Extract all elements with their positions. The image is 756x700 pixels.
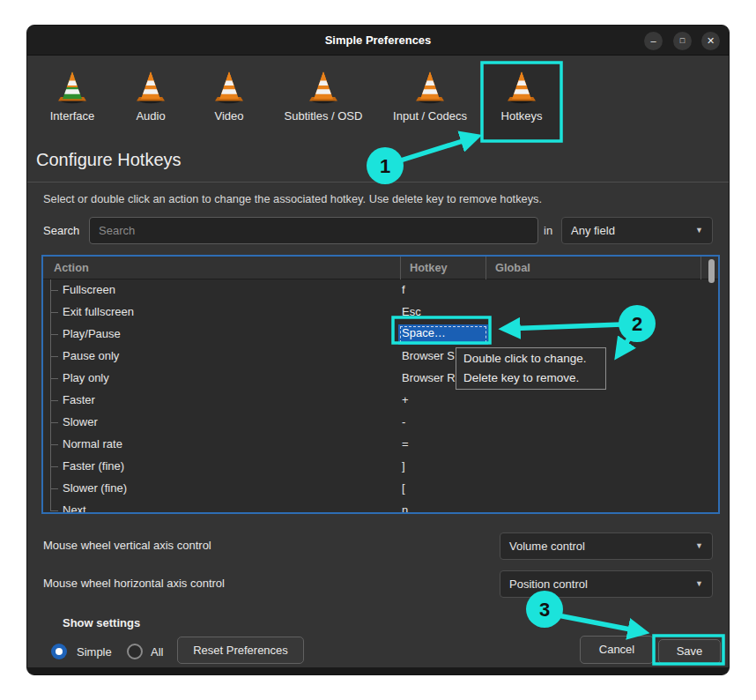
toolbar-item-video[interactable]: Video [185, 63, 273, 123]
tooltip-line-1: Double click to change. [463, 349, 598, 369]
action-cell: Slower (fine) [63, 481, 127, 495]
hotkey-cell: - [402, 415, 405, 428]
tree-branch-mark [50, 290, 58, 291]
action-cell: Exit fullscreen [63, 305, 134, 318]
action-cell: Faster [63, 393, 95, 406]
tree-branch-mark [50, 444, 58, 445]
toolbar-item-label: Input / Codecs [386, 109, 474, 123]
vlc-cone-audio-icon [131, 67, 170, 106]
show-settings-label: Show settings [63, 616, 140, 629]
vlc-cone-video-icon [210, 67, 248, 106]
toolbar-item-audio[interactable]: Audio [107, 63, 195, 123]
hotkey-cell: Browser R [402, 371, 456, 384]
window-bottom-edge [27, 667, 729, 674]
hotkey-cell: f [402, 283, 405, 296]
table-row[interactable]: Fullscreenf [43, 279, 718, 302]
search-input[interactable] [89, 217, 538, 244]
reset-preferences-button[interactable]: Reset Preferences [177, 637, 304, 664]
hotkeys-table[interactable]: Action Hotkey Global FullscreenfExit ful… [41, 255, 720, 514]
close-button-icon[interactable]: ✕ [701, 32, 720, 50]
chevron-down-icon: ▼ [695, 533, 703, 559]
minimize-button-icon[interactable]: – [644, 32, 663, 50]
vertical-scrollbar-thumb[interactable] [708, 259, 715, 283]
radio-all-label: All [151, 645, 163, 659]
table-row[interactable]: Normal rate= [43, 434, 718, 456]
table-header: Action Hotkey Global [43, 257, 718, 279]
table-row[interactable]: Play onlyBrowser R [43, 368, 718, 390]
toolbar-item-interface[interactable]: Interface [28, 63, 116, 123]
hotkey-cell: + [402, 393, 409, 406]
table-row[interactable]: Exit fullscreenEsc [43, 302, 718, 324]
hotkey-cell: n… [402, 503, 419, 514]
preferences-toolbar: Interface Audio Video Subtitles / OSD In… [27, 56, 729, 146]
hotkey-cell: ] [402, 459, 405, 473]
action-cell: Play/Pause [63, 327, 121, 340]
heading-separator [27, 182, 730, 182]
cancel-button[interactable]: Cancel [580, 636, 654, 664]
mouse-wheel-horizontal-label: Mouse wheel horizontal axis control [43, 577, 225, 590]
tree-branch-mark [50, 466, 58, 467]
column-header-hotkey[interactable]: Hotkey [400, 257, 448, 279]
preferences-dialog: Simple Preferences – □ ✕ Interface Audio… [26, 25, 730, 675]
hotkey-cell-selected: Space… [398, 324, 488, 345]
save-button[interactable]: Save [658, 639, 721, 664]
action-cell: Slower [63, 415, 98, 428]
table-row[interactable]: Faster (fine)] [43, 456, 718, 478]
hotkey-cell: [ [402, 481, 405, 495]
action-cell: Fullscreen [63, 283, 115, 296]
table-row[interactable]: Slower- [43, 412, 718, 434]
vlc-cone-input-icon [411, 67, 449, 106]
toolbar-item-label: Subtitles / OSD [279, 109, 367, 123]
search-field-dropdown[interactable]: Any field ▼ [561, 217, 713, 244]
chevron-down-icon: ▼ [695, 571, 703, 597]
tree-branch-mark [50, 334, 58, 335]
hotkeys-description: Select or double click an action to chan… [43, 192, 542, 205]
column-header-action[interactable]: Action [54, 257, 89, 279]
column-separator [700, 257, 701, 279]
window-title: Simple Preferences [27, 26, 729, 56]
column-header-global[interactable]: Global [485, 257, 700, 279]
tree-branch-mark [50, 422, 58, 423]
table-body: FullscreenfExit fullscreenEscPlay/PauseS… [43, 279, 718, 514]
mouse-wheel-horizontal-value: Position control [509, 577, 588, 591]
action-cell: Normal rate [63, 437, 122, 451]
toolbar-item-hotkeys[interactable]: Hotkeys [478, 63, 566, 123]
table-row[interactable]: Pause onlyBrowser S [43, 346, 718, 368]
tooltip-line-2: Delete key to remove. [463, 369, 598, 388]
tree-branch-mark [50, 356, 58, 357]
action-cell: Pause only [63, 349, 119, 362]
in-label: in [544, 224, 552, 237]
mouse-wheel-horizontal-dropdown[interactable]: Position control ▼ [500, 570, 713, 598]
toolbar-item-label: Interface [28, 109, 116, 123]
toolbar-item-subtitles-osd[interactable]: Subtitles / OSD [279, 63, 367, 123]
table-row[interactable]: Nextn… [43, 500, 718, 514]
hotkey-cell: Esc [402, 305, 421, 318]
table-row[interactable]: Play/PauseSpace… [43, 324, 718, 346]
table-row[interactable]: Faster+ [43, 390, 718, 412]
search-label: Search [43, 224, 79, 237]
action-cell: Next [63, 503, 86, 514]
hotkey-tooltip: Double click to change. Delete key to re… [456, 347, 606, 390]
toolbar-item-label: Audio [107, 109, 195, 123]
titlebar: Simple Preferences – □ ✕ [27, 26, 729, 56]
tree-branch-mark [50, 378, 58, 379]
hotkey-cell: Browser S [402, 349, 455, 362]
vlc-cone-interface-icon [53, 67, 92, 106]
radio-simple[interactable] [51, 644, 67, 659]
chevron-down-icon: ▼ [695, 218, 703, 243]
mouse-wheel-vertical-value: Volume control [509, 540, 585, 553]
vlc-cone-subtitles-icon [304, 67, 343, 106]
mouse-wheel-vertical-dropdown[interactable]: Volume control ▼ [500, 532, 713, 560]
tree-branch-mark [50, 510, 58, 511]
toolbar-item-label: Video [185, 109, 273, 123]
hotkey-cell: = [402, 437, 409, 451]
toolbar-item-label: Hotkeys [478, 109, 566, 123]
mouse-wheel-vertical-label: Mouse wheel vertical axis control [43, 539, 211, 552]
search-field-value: Any field [571, 224, 615, 237]
maximize-button-icon[interactable]: □ [673, 32, 692, 50]
screenshot-stage: Simple Preferences – □ ✕ Interface Audio… [0, 0, 756, 700]
table-row[interactable]: Slower (fine)[ [43, 478, 718, 500]
radio-all[interactable] [127, 644, 143, 659]
tree-branch-mark [50, 400, 58, 401]
toolbar-item-input-codecs[interactable]: Input / Codecs [386, 63, 474, 123]
